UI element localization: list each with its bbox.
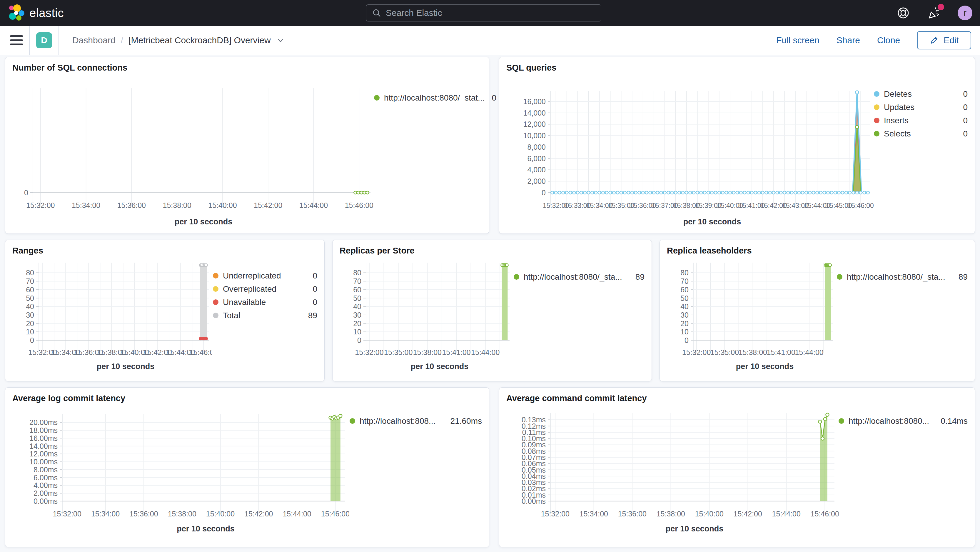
svg-text:15:32:00: 15:32:00 <box>26 201 55 209</box>
svg-text:20: 20 <box>680 320 689 328</box>
legend-item[interactable]: http://localhost:808... 21.60ms <box>350 414 482 428</box>
svg-text:12.00ms: 12.00ms <box>29 450 57 458</box>
svg-text:15:32:00: 15:32:00 <box>355 348 383 356</box>
legend-item[interactable]: Overreplicated 0 <box>213 282 317 296</box>
svg-text:4.00ms: 4.00ms <box>33 481 57 489</box>
full-screen-button[interactable]: Full screen <box>776 35 819 45</box>
svg-text:15:44:00: 15:44:00 <box>283 510 311 518</box>
chart-replica-leaseholders[interactable]: 0102030405060708015:32:0015:35:0015:38:0… <box>667 258 836 361</box>
svg-text:60: 60 <box>680 286 689 294</box>
share-button[interactable]: Share <box>837 35 860 45</box>
x-axis-title: per 10 seconds <box>506 217 874 226</box>
svg-text:30: 30 <box>26 311 34 319</box>
legend-dot-icon <box>213 313 218 318</box>
news-button[interactable] <box>926 5 942 21</box>
user-avatar[interactable]: r <box>958 6 972 20</box>
x-axis-title: per 10 seconds <box>340 362 513 371</box>
legend-dot-icon <box>874 131 880 137</box>
dashboard-toolbar: D Dashboard / [Metricbeat CockroachDB] O… <box>0 26 980 55</box>
help-life-ring-icon <box>897 6 910 20</box>
svg-text:15:44:00: 15:44:00 <box>795 348 823 356</box>
legend-dot-icon <box>838 418 844 424</box>
svg-text:20: 20 <box>26 320 34 328</box>
legend-item[interactable]: Unavailable 0 <box>213 296 317 309</box>
svg-text:15:40:00: 15:40:00 <box>695 510 724 518</box>
legend-dot-icon <box>374 95 380 100</box>
legend-item[interactable]: Updates 0 <box>874 100 968 114</box>
svg-text:80: 80 <box>26 269 34 277</box>
global-search-input[interactable]: Search Elastic <box>366 5 601 21</box>
svg-text:6.00ms: 6.00ms <box>33 474 57 482</box>
svg-text:15:42:00: 15:42:00 <box>244 510 273 518</box>
search-placeholder: Search Elastic <box>386 8 442 18</box>
svg-text:15:41:00: 15:41:00 <box>767 348 795 356</box>
x-axis-title: per 10 seconds <box>667 362 836 371</box>
svg-text:18.00ms: 18.00ms <box>29 426 57 434</box>
legend-item[interactable]: http://localhost:8080/_sta... 89 <box>514 270 644 283</box>
menu-button[interactable] <box>10 35 23 45</box>
svg-text:15:38:00: 15:38:00 <box>657 510 685 518</box>
brand-text: elastic <box>29 6 64 20</box>
dashboard-app-icon[interactable]: D <box>36 32 52 48</box>
svg-text:10,000: 10,000 <box>523 132 546 140</box>
legend-dot-icon <box>213 299 218 305</box>
svg-text:15:38:00: 15:38:00 <box>413 348 442 356</box>
breadcrumb-separator: / <box>121 35 123 45</box>
chart-sql-connections[interactable]: 015:32:0015:34:0015:36:0015:38:0015:40:0… <box>12 75 374 216</box>
svg-text:14.00ms: 14.00ms <box>29 442 57 450</box>
svg-text:15:44:00: 15:44:00 <box>471 348 500 356</box>
breadcrumb-dashboard-link[interactable]: Dashboard <box>72 35 116 45</box>
chart-sql-queries[interactable]: 02,0004,0006,0008,00010,00012,00014,0001… <box>506 75 874 216</box>
svg-text:10: 10 <box>26 328 34 336</box>
legend-item[interactable]: Total 89 <box>213 309 317 322</box>
legend-item[interactable]: http://localhost:8080/_stat... 0 <box>374 91 489 104</box>
svg-text:2,000: 2,000 <box>527 177 546 185</box>
dashboard-grid: Number of SQL connections 015:32:0015:34… <box>5 57 975 552</box>
panel-replicas-per-store: Replicas per Store 0102030405060708015:3… <box>332 240 652 382</box>
pencil-icon <box>929 36 939 45</box>
clone-button[interactable]: Clone <box>877 35 900 45</box>
svg-text:60: 60 <box>26 286 34 294</box>
chart-replicas-per-store[interactable]: 0102030405060708015:32:0015:35:0015:38:0… <box>340 258 513 361</box>
chart-log-commit-latency[interactable]: 0.00ms2.00ms4.00ms6.00ms8.00ms10.00ms12.… <box>12 406 349 523</box>
svg-text:15:40:00: 15:40:00 <box>208 201 237 209</box>
chart-command-commit-latency[interactable]: 0.00ms0.01ms0.02ms0.03ms0.04ms0.05ms0.06… <box>506 406 838 523</box>
svg-text:0: 0 <box>24 189 28 197</box>
legend-item[interactable]: Deletes 0 <box>874 87 968 100</box>
svg-text:15:35:00: 15:35:00 <box>384 348 412 356</box>
svg-text:15:46:00: 15:46:00 <box>345 201 374 209</box>
svg-text:15:32:00: 15:32:00 <box>53 510 81 518</box>
panel-title: Average log commit latency <box>12 393 482 403</box>
svg-text:8,000: 8,000 <box>527 143 546 151</box>
chart-ranges[interactable]: 0102030405060708015:32:0015:34:0015:36:0… <box>12 258 212 361</box>
legend-item[interactable]: Selects 0 <box>874 127 968 140</box>
svg-text:8.00ms: 8.00ms <box>33 466 57 474</box>
svg-text:20.00ms: 20.00ms <box>29 418 57 426</box>
panel-title: Number of SQL connections <box>12 63 482 73</box>
svg-text:15:34:00: 15:34:00 <box>579 510 608 518</box>
panel-title: SQL queries <box>506 63 968 73</box>
svg-text:15:36:00: 15:36:00 <box>129 510 158 518</box>
legend-item[interactable]: http://localhost:8080/_sta... 89 <box>837 270 968 283</box>
chevron-down-icon[interactable] <box>276 36 285 45</box>
legend-dot-icon <box>837 274 842 280</box>
legend-item[interactable]: Inserts 0 <box>874 114 968 127</box>
svg-text:0: 0 <box>357 336 361 344</box>
elastic-brand[interactable]: elastic <box>0 5 96 21</box>
legend-dot-icon <box>514 274 519 280</box>
edit-button[interactable]: Edit <box>917 31 971 49</box>
legend-dot-icon <box>874 104 880 110</box>
legend: Underreplicated 0 Overreplicated 0 Unava… <box>213 258 317 322</box>
legend: http://localhost:8080... 0.14ms <box>838 406 968 428</box>
svg-text:60: 60 <box>353 286 361 294</box>
panel-replica-leaseholders: Replica leaseholders 0102030405060708015… <box>660 240 975 382</box>
svg-text:50: 50 <box>353 294 361 302</box>
search-icon <box>372 8 381 17</box>
legend-item[interactable]: http://localhost:8080... 0.14ms <box>838 414 968 428</box>
legend-dot-icon <box>213 286 218 292</box>
panel-ranges: Ranges 0102030405060708015:32:0015:34:00… <box>5 240 325 382</box>
legend-item[interactable]: Underreplicated 0 <box>213 269 317 282</box>
svg-text:15:38:00: 15:38:00 <box>162 201 191 209</box>
svg-text:70: 70 <box>26 277 34 285</box>
help-button[interactable] <box>895 5 911 21</box>
